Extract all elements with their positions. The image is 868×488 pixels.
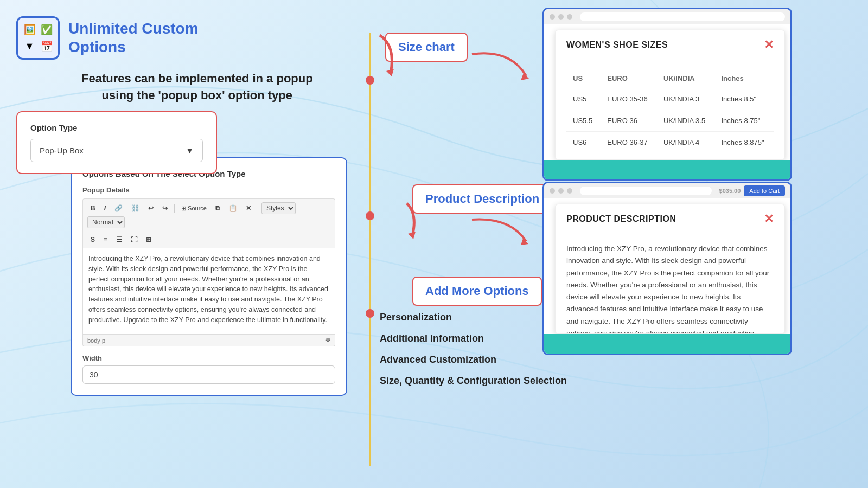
col-header-euro: EURO bbox=[601, 69, 657, 88]
svg-marker-1 bbox=[521, 239, 528, 245]
app-title: Unlimited CustomOptions bbox=[68, 20, 199, 56]
size-chart-popup: WOMEN'S SHOE SIZES ✕ US EURO UK/INDIA In… bbox=[555, 30, 785, 160]
feature-item-3: Advanced Customization bbox=[380, 354, 567, 365]
table-cell: UK/INDIA 3 bbox=[657, 88, 715, 110]
browser-dot-6 bbox=[567, 188, 572, 194]
size-chart-browser-content: WOMEN'S SHOE SIZES ✕ US EURO UK/INDIA In… bbox=[544, 24, 790, 179]
table-cell: UK/INDIA 3.5 bbox=[657, 110, 715, 132]
arrow-size-chart bbox=[467, 43, 532, 98]
toolbar-source[interactable]: ⊞ Source bbox=[178, 204, 210, 213]
timeline-dot-add-more bbox=[366, 309, 374, 318]
toolbar-bold[interactable]: B bbox=[87, 203, 99, 213]
toolbar-ol[interactable]: ≡ bbox=[100, 235, 111, 245]
product-desc-cart-bar[interactable] bbox=[544, 334, 790, 354]
url-bar-2[interactable] bbox=[580, 187, 712, 195]
toolbar-ul[interactable]: ☰ bbox=[113, 235, 125, 245]
col-header-us: US bbox=[566, 69, 601, 88]
product-desc-popup: PRODUCT DESCRIPTION ✕ Introducing the XZ… bbox=[555, 204, 785, 334]
svg-marker-0 bbox=[521, 73, 529, 80]
toolbar-italic[interactable]: I bbox=[101, 203, 109, 213]
add-more-options-label[interactable]: Add More Options bbox=[412, 277, 542, 306]
size-chart-table: US EURO UK/INDIA Inches US5EURO 35-36UK/… bbox=[566, 69, 774, 153]
feature-item-1: Personalization bbox=[380, 312, 567, 323]
editor-card: Options Based On The Select Option Type … bbox=[71, 157, 347, 396]
size-chart-cart-bar[interactable] bbox=[544, 160, 790, 179]
toolbar-link[interactable]: 🔗 bbox=[111, 203, 126, 213]
toolbar-table[interactable]: ⊞ bbox=[143, 235, 155, 245]
timeline-label-product-description[interactable]: Product Description bbox=[412, 184, 552, 214]
table-cell: Inches 8.875" bbox=[715, 132, 774, 153]
size-chart-browser: WOMEN'S SHOE SIZES ✕ US EURO UK/INDIA In… bbox=[542, 8, 792, 181]
table-cell: EURO 36 bbox=[601, 110, 657, 132]
option-type-card: Option Type Pop-Up Box ▼ bbox=[16, 111, 217, 174]
size-chart-popup-body: US EURO UK/INDIA Inches US5EURO 35-36UK/… bbox=[556, 60, 784, 160]
col-header-inches: Inches bbox=[715, 69, 774, 88]
browser-dot-1 bbox=[550, 14, 555, 20]
logo-icon-3: ▼ bbox=[22, 39, 37, 54]
editor-content[interactable]: Introducing the XZY Pro, a revolutionary… bbox=[82, 248, 335, 335]
size-chart-popup-title: WOMEN'S SHOE SIZES bbox=[566, 40, 668, 50]
size-chart-popup-header: WOMEN'S SHOE SIZES ✕ bbox=[556, 30, 784, 60]
browser-dot-2 bbox=[558, 14, 564, 20]
product-desc-popup-header: PRODUCT DESCRIPTION ✕ bbox=[556, 204, 784, 234]
toolbar-strikethrough[interactable]: S bbox=[87, 235, 98, 245]
timeline-dot-size-chart bbox=[366, 76, 374, 85]
table-cell: Inches 8.75" bbox=[715, 110, 774, 132]
toolbar-maximize[interactable]: ⛶ bbox=[127, 235, 141, 245]
feature-list: Personalization Additional Information A… bbox=[380, 312, 567, 396]
product-description-label[interactable]: Product Description bbox=[412, 184, 552, 214]
table-row: US5.5EURO 36UK/INDIA 3.5Inches 8.75" bbox=[566, 110, 774, 132]
product-desc-popup-title: PRODUCT DESCRIPTION bbox=[566, 214, 676, 224]
table-cell: US5 bbox=[566, 88, 601, 110]
width-input[interactable] bbox=[82, 365, 335, 384]
browser-dot-3 bbox=[567, 14, 572, 20]
table-cell: US5.5 bbox=[566, 110, 601, 132]
popup-details-label: Popup Details bbox=[82, 186, 335, 194]
table-cell: Inches 8.5" bbox=[715, 88, 774, 110]
logo-icon-2: ✅ bbox=[39, 22, 54, 37]
size-chart-browser-bar bbox=[544, 9, 790, 24]
logo-icon-1: 🖼️ bbox=[22, 22, 37, 37]
logo: 🖼️ ✅ ▼ 📅 bbox=[16, 16, 60, 60]
product-desc-text: Introducing the XZY Pro, a revolutionary… bbox=[566, 243, 774, 334]
table-row: US5EURO 35-36UK/INDIA 3Inches 8.5" bbox=[566, 88, 774, 110]
toolbar-styles-select[interactable]: Styles bbox=[261, 202, 296, 214]
browser-dot-5 bbox=[558, 188, 564, 194]
toolbar-format-select[interactable]: Normal bbox=[87, 216, 125, 228]
toolbar-copy[interactable]: ⧉ bbox=[212, 203, 224, 213]
add-to-cart-button[interactable]: Add to Cart bbox=[744, 185, 785, 196]
chevron-down-icon: ▼ bbox=[186, 146, 194, 155]
editor-toolbar-2: S ≡ ☰ ⛶ ⊞ bbox=[82, 232, 335, 248]
editor-toolbar: B I 🔗 ⛓️ ↩ ↪ ⊞ Source ⧉ 📋 ✕ Styles Norma… bbox=[82, 198, 335, 232]
toolbar-sep-2 bbox=[258, 204, 258, 213]
table-cell: US6 bbox=[566, 132, 601, 153]
svg-marker-3 bbox=[408, 232, 416, 239]
toolbar-redo[interactable]: ↪ bbox=[159, 203, 171, 213]
product-desc-browser-content: PRODUCT DESCRIPTION ✕ Introducing the XZ… bbox=[544, 198, 790, 354]
toolbar-undo[interactable]: ↩ bbox=[145, 203, 157, 213]
option-type-label: Option Type bbox=[30, 123, 203, 132]
size-chart-label[interactable]: Size chart bbox=[385, 33, 468, 62]
arrow-product-desc bbox=[467, 211, 532, 255]
option-type-select[interactable]: Pop-Up Box ▼ bbox=[30, 139, 203, 162]
feature-item-4: Size, Quantity & Configuration Selection bbox=[380, 375, 567, 387]
product-desc-close-button[interactable]: ✕ bbox=[764, 213, 774, 225]
timeline-label-add-more-options[interactable]: Add More Options bbox=[412, 277, 542, 306]
browser-dot-4 bbox=[550, 188, 555, 194]
table-row: US6EURO 36-37UK/INDIA 4Inches 8.875" bbox=[566, 132, 774, 153]
width-label: Width bbox=[82, 354, 335, 362]
timeline-dot-product bbox=[366, 211, 374, 220]
toolbar-paste[interactable]: 📋 bbox=[226, 203, 240, 213]
table-cell: EURO 36-37 bbox=[601, 132, 657, 153]
timeline-label-size-chart[interactable]: Size chart bbox=[385, 33, 468, 62]
toolbar-unlink[interactable]: ⛓️ bbox=[128, 203, 143, 213]
product-desc-browser: $035.00 Add to Cart PRODUCT DESCRIPTION … bbox=[542, 182, 792, 355]
editor-footer: body p ⟱ bbox=[82, 335, 335, 346]
header: 🖼️ ✅ ▼ 📅 Unlimited CustomOptions bbox=[16, 16, 199, 60]
resize-handle-icon[interactable]: ⟱ bbox=[326, 337, 330, 344]
feature-description: Features can be implemented in a popupus… bbox=[81, 70, 313, 104]
url-bar[interactable] bbox=[580, 12, 785, 21]
size-chart-close-button[interactable]: ✕ bbox=[764, 39, 774, 51]
toolbar-remove[interactable]: ✕ bbox=[242, 203, 254, 213]
price-old: $035.00 bbox=[719, 188, 741, 194]
